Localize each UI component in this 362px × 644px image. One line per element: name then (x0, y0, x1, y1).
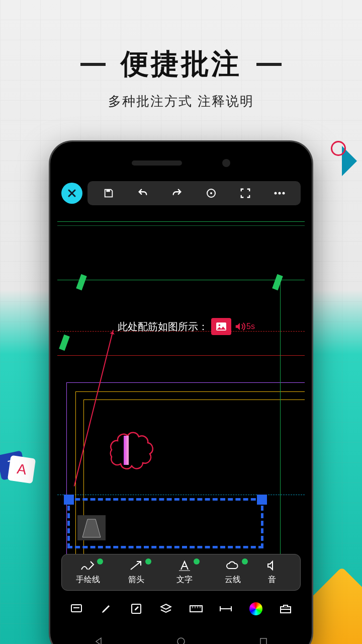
pink-marker (124, 436, 129, 465)
color-tool[interactable] (248, 601, 263, 616)
svg-point-9 (283, 192, 285, 195)
tool-label: 手绘线 (76, 575, 100, 585)
decoration-circle (331, 141, 346, 156)
phone-top-hardware (57, 149, 305, 177)
svg-rect-17 (260, 638, 266, 644)
comment-tool[interactable] (69, 601, 84, 616)
annotation-tool-panel: 手绘线 箭头 文字 云线 音 (61, 554, 301, 591)
more-icon (274, 192, 286, 195)
android-nav-bar (57, 629, 305, 644)
cloud-annotation[interactable] (102, 425, 162, 480)
save-button[interactable] (100, 184, 118, 202)
undo-icon (136, 188, 149, 199)
cad-line (57, 221, 305, 222)
cad-line (57, 225, 305, 226)
cad-line (75, 391, 305, 392)
badge-dot (194, 558, 200, 565)
comment-icon (70, 604, 82, 614)
layers-icon (160, 603, 172, 614)
fullscreen-icon (240, 188, 251, 199)
nav-back[interactable] (94, 637, 103, 644)
marker-tick (76, 274, 87, 290)
page-title: 便捷批注 (121, 45, 241, 84)
close-button[interactable] (61, 183, 82, 204)
tool-label: 音 (268, 575, 276, 585)
svg-point-8 (279, 192, 281, 195)
cad-line (66, 382, 305, 383)
tool-label: 箭头 (128, 575, 144, 585)
redo-button[interactable] (168, 184, 186, 202)
close-icon (67, 188, 77, 198)
speaker (132, 160, 182, 166)
top-toolbar (87, 181, 301, 205)
measure-icon (219, 605, 232, 612)
bottom-toolbar (61, 597, 301, 621)
tool-cloud[interactable]: 云线 (209, 559, 257, 585)
fullscreen-button[interactable] (236, 184, 254, 202)
svg-rect-4 (106, 190, 110, 192)
cloud-icon (225, 559, 240, 572)
page-subtitle: 多种批注方式 注释说明 (0, 93, 362, 110)
edit-tool[interactable] (129, 601, 144, 616)
svg-point-6 (210, 192, 212, 194)
more-button[interactable] (270, 184, 289, 202)
edit-icon (131, 603, 142, 614)
dash-right (256, 63, 282, 66)
pencil-icon (101, 603, 112, 614)
badge-dot (145, 558, 151, 565)
front-camera (222, 159, 230, 167)
svg-point-7 (275, 192, 277, 195)
zoom-button[interactable] (202, 184, 220, 202)
layers-tool[interactable] (158, 601, 173, 616)
text-icon (177, 559, 192, 572)
phone-frame: 此处配筋如图所示： 5s (50, 142, 312, 644)
badge-dot (97, 558, 103, 565)
pencil-tool[interactable] (99, 601, 114, 616)
undo-button[interactable] (134, 184, 152, 202)
shape-thumbnail[interactable] (77, 515, 106, 540)
redo-icon (170, 188, 184, 199)
marker-tick (272, 274, 283, 290)
tool-label: 文字 (176, 575, 193, 585)
dash-left (80, 63, 106, 66)
app-screen: 此处配筋如图所示： 5s (57, 177, 305, 629)
ruler-tool[interactable] (189, 601, 204, 616)
measure-tool[interactable] (218, 601, 233, 616)
promo-header: 便捷批注 多种批注方式 注释说明 (0, 0, 362, 110)
annotation-label: 此处配筋如图所示： (118, 320, 208, 334)
svg-point-11 (219, 325, 221, 327)
nav-recent[interactable] (259, 637, 268, 644)
ruler-icon (190, 605, 203, 612)
tool-label: 云线 (225, 575, 241, 585)
image-pin[interactable] (211, 318, 231, 335)
cad-line (57, 355, 305, 356)
color-wheel-icon (249, 602, 262, 615)
toolbox-tool[interactable] (278, 601, 293, 616)
speaker-icon (234, 321, 245, 332)
nav-home[interactable] (176, 637, 186, 644)
audio-duration: 5s (246, 322, 255, 331)
annotation-text-row: 此处配筋如图所示： 5s (118, 318, 255, 335)
cloud-icon (102, 425, 162, 480)
cad-line (57, 495, 305, 495)
cad-line (280, 280, 281, 555)
arrow-icon (129, 559, 144, 572)
image-icon (216, 322, 227, 331)
toolbox-icon (280, 604, 292, 614)
cad-line (83, 399, 305, 400)
tool-text[interactable]: 文字 (160, 559, 209, 585)
svg-point-16 (177, 638, 185, 644)
audio-annotation[interactable]: 5s (234, 321, 255, 332)
tool-audio[interactable]: 音 (257, 559, 287, 585)
freehand-icon (80, 559, 96, 572)
badge-dot (242, 558, 248, 565)
cad-line (66, 382, 67, 555)
tool-arrow[interactable]: 箭头 (112, 559, 160, 585)
zoom-target-icon (205, 187, 217, 199)
cad-line (57, 280, 305, 280)
cad-canvas[interactable]: 此处配筋如图所示： 5s (57, 209, 305, 555)
save-icon (103, 188, 114, 199)
tool-freehand[interactable]: 手绘线 (64, 559, 112, 585)
marker-tick (59, 335, 70, 351)
decoration-translate-cards: 文A (0, 443, 40, 488)
